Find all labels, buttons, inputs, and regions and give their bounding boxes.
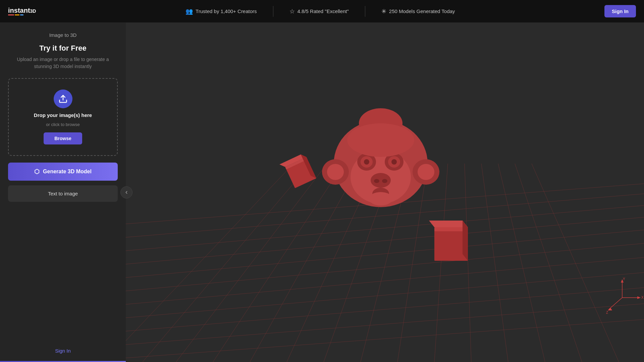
text-to-image-button[interactable]: Text to image: [8, 185, 118, 202]
sidebar-title: Image to 3D: [49, 32, 77, 38]
svg-point-44: [382, 179, 387, 183]
sidebar: Image to 3D Try it for Free Upload an im…: [0, 23, 126, 362]
logo-bar-2: [15, 14, 19, 15]
svg-point-46: [369, 192, 392, 205]
svg-point-42: [371, 173, 391, 188]
3d-viewport[interactable]: Y X Z: [126, 23, 644, 362]
main-content: Image to 3D Try it for Free Upload an im…: [0, 23, 644, 362]
stat-rating-text: 4.8/5 Rated "Excellent": [298, 8, 349, 14]
upload-icon: [54, 89, 72, 108]
collapse-sidebar-button[interactable]: [120, 186, 132, 198]
3d-scene: Y X Z: [126, 23, 644, 362]
logo-bars: [8, 14, 23, 15]
sidebar-footer: Sign In: [55, 343, 71, 354]
creators-icon: 👥: [185, 8, 193, 15]
svg-point-41: [391, 159, 397, 165]
logo-text: instant: [8, 7, 30, 14]
header-actions: Sign In: [604, 5, 636, 17]
generate-icon: ⬡: [34, 168, 40, 175]
svg-point-34: [418, 164, 434, 180]
svg-text:Y: Y: [623, 277, 625, 281]
logo-bar-1: [8, 14, 14, 15]
stat-creators: 👥 Trusted by 1,400+ Creators: [169, 8, 273, 15]
logo-area: instant 3D: [8, 7, 36, 15]
footer-sign-in-link[interactable]: Sign In: [55, 348, 71, 354]
drop-zone[interactable]: Drop your image(s) here or click to brow…: [8, 78, 118, 156]
sign-in-button[interactable]: Sign In: [604, 5, 636, 17]
stat-models-text: 250 Models Generated Today: [389, 8, 455, 14]
svg-point-43: [374, 179, 379, 183]
svg-point-32: [327, 164, 344, 180]
stat-models: ✳ 250 Models Generated Today: [365, 8, 471, 15]
svg-point-38: [364, 159, 369, 165]
svg-point-48: [347, 123, 414, 157]
generate-button[interactable]: ⬡ Generate 3D Model: [8, 163, 118, 181]
generate-label: Generate 3D Model: [43, 169, 92, 175]
svg-marker-55: [429, 221, 468, 227]
sidebar-description: Upload an image or drop a file to genera…: [8, 56, 118, 70]
header-stats: 👥 Trusted by 1,400+ Creators ☆ 4.8/5 Rat…: [36, 6, 604, 17]
svg-text:Z: Z: [606, 311, 608, 314]
sidebar-subtitle: Try it for Free: [39, 44, 87, 53]
svg-text:X: X: [641, 296, 644, 299]
stat-rating: ☆ 4.8/5 Rated "Excellent": [273, 8, 365, 15]
header: instant 3D 👥 Trusted by 1,400+ Creators …: [0, 0, 644, 23]
star-icon: ☆: [289, 8, 295, 15]
drop-zone-primary: Drop your image(s) here: [34, 112, 92, 118]
stat-creators-text: Trusted by 1,400+ Creators: [196, 8, 257, 14]
logo-3d-text: 3D: [30, 8, 36, 14]
logo-bar-3: [20, 14, 23, 15]
drop-zone-secondary: or click to browse: [46, 122, 79, 127]
sparkle-icon: ✳: [381, 8, 386, 15]
svg-marker-56: [463, 221, 468, 261]
logo: instant 3D: [8, 7, 36, 15]
browse-button[interactable]: Browse: [44, 132, 82, 144]
